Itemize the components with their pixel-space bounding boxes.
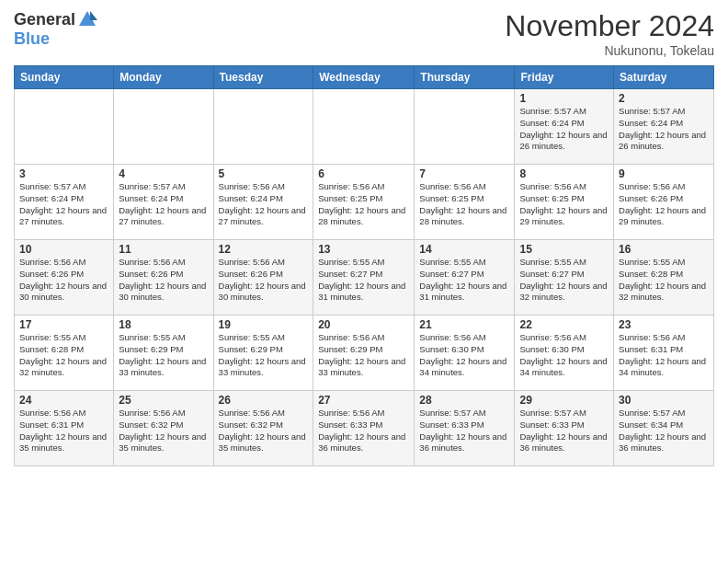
month-title: November 2024: [505, 9, 714, 43]
day-number: 19: [219, 318, 309, 331]
day-info: Sunrise: 5:56 AM Sunset: 6:26 PM Dayligh…: [619, 181, 709, 228]
day-info: Sunrise: 5:55 AM Sunset: 6:29 PM Dayligh…: [219, 332, 309, 379]
calendar-cell: 25Sunrise: 5:56 AM Sunset: 6:32 PM Dayli…: [114, 391, 213, 466]
calendar-cell: 12Sunrise: 5:56 AM Sunset: 6:26 PM Dayli…: [213, 240, 313, 316]
day-number: 16: [619, 243, 709, 256]
day-info: Sunrise: 5:57 AM Sunset: 6:33 PM Dayligh…: [419, 408, 509, 454]
day-number: 2: [619, 92, 709, 105]
calendar-cell: 20Sunrise: 5:56 AM Sunset: 6:29 PM Dayli…: [313, 316, 415, 391]
day-info: Sunrise: 5:57 AM Sunset: 6:24 PM Dayligh…: [19, 181, 108, 228]
day-info: Sunrise: 5:56 AM Sunset: 6:31 PM Dayligh…: [619, 332, 709, 379]
calendar-week-row: 10Sunrise: 5:56 AM Sunset: 6:26 PM Dayli…: [15, 240, 714, 316]
day-number: 13: [318, 243, 409, 256]
calendar-header-row: SundayMondayTuesdayWednesdayThursdayFrid…: [15, 66, 714, 89]
day-number: 17: [19, 318, 108, 331]
day-number: 4: [119, 167, 208, 180]
calendar-cell: 26Sunrise: 5:56 AM Sunset: 6:32 PM Dayli…: [213, 391, 313, 466]
day-number: 9: [619, 167, 709, 180]
col-header-thursday: Thursday: [415, 66, 515, 89]
calendar-cell: 4Sunrise: 5:57 AM Sunset: 6:24 PM Daylig…: [114, 165, 213, 240]
calendar-cell: 7Sunrise: 5:56 AM Sunset: 6:25 PM Daylig…: [415, 165, 515, 240]
day-info: Sunrise: 5:57 AM Sunset: 6:24 PM Dayligh…: [519, 106, 609, 153]
day-info: Sunrise: 5:56 AM Sunset: 6:26 PM Dayligh…: [119, 257, 208, 304]
logo: General Blue: [14, 9, 97, 49]
day-number: 30: [619, 394, 709, 407]
calendar-cell: 10Sunrise: 5:56 AM Sunset: 6:26 PM Dayli…: [15, 240, 114, 316]
day-number: 3: [19, 167, 108, 180]
day-info: Sunrise: 5:56 AM Sunset: 6:33 PM Dayligh…: [318, 408, 409, 454]
calendar-table: SundayMondayTuesdayWednesdayThursdayFrid…: [14, 65, 714, 466]
logo-general-text: General: [14, 10, 75, 29]
day-info: Sunrise: 5:56 AM Sunset: 6:32 PM Dayligh…: [219, 408, 309, 454]
svg-marker-1: [90, 11, 97, 20]
day-info: Sunrise: 5:56 AM Sunset: 6:24 PM Dayligh…: [219, 181, 309, 228]
calendar-cell: 21Sunrise: 5:56 AM Sunset: 6:30 PM Dayli…: [415, 316, 515, 391]
day-info: Sunrise: 5:56 AM Sunset: 6:31 PM Dayligh…: [19, 408, 108, 454]
day-info: Sunrise: 5:57 AM Sunset: 6:34 PM Dayligh…: [619, 408, 709, 454]
calendar-cell: [15, 89, 114, 165]
day-info: Sunrise: 5:55 AM Sunset: 6:27 PM Dayligh…: [318, 257, 409, 304]
day-info: Sunrise: 5:55 AM Sunset: 6:27 PM Dayligh…: [419, 257, 509, 304]
col-header-monday: Monday: [114, 66, 213, 89]
day-info: Sunrise: 5:56 AM Sunset: 6:29 PM Dayligh…: [318, 332, 409, 379]
title-section: November 2024 Nukunonu, Tokelau: [505, 9, 714, 58]
calendar-cell: 27Sunrise: 5:56 AM Sunset: 6:33 PM Dayli…: [313, 391, 415, 466]
day-number: 10: [19, 243, 108, 256]
calendar-cell: 14Sunrise: 5:55 AM Sunset: 6:27 PM Dayli…: [415, 240, 515, 316]
day-number: 14: [419, 243, 509, 256]
calendar-week-row: 3Sunrise: 5:57 AM Sunset: 6:24 PM Daylig…: [15, 165, 714, 240]
day-number: 28: [419, 394, 509, 407]
day-info: Sunrise: 5:55 AM Sunset: 6:28 PM Dayligh…: [19, 332, 108, 379]
day-info: Sunrise: 5:56 AM Sunset: 6:26 PM Dayligh…: [19, 257, 108, 304]
day-number: 15: [519, 243, 609, 256]
day-number: 22: [519, 318, 609, 331]
calendar-cell: 9Sunrise: 5:56 AM Sunset: 6:26 PM Daylig…: [614, 165, 714, 240]
day-number: 26: [219, 394, 309, 407]
day-info: Sunrise: 5:56 AM Sunset: 6:25 PM Dayligh…: [318, 181, 409, 228]
day-number: 21: [419, 318, 509, 331]
calendar-week-row: 17Sunrise: 5:55 AM Sunset: 6:28 PM Dayli…: [15, 316, 714, 391]
logo-icon: [77, 9, 97, 29]
calendar-cell: 22Sunrise: 5:56 AM Sunset: 6:30 PM Dayli…: [515, 316, 614, 391]
calendar-cell: 3Sunrise: 5:57 AM Sunset: 6:24 PM Daylig…: [15, 165, 114, 240]
calendar-cell: 11Sunrise: 5:56 AM Sunset: 6:26 PM Dayli…: [114, 240, 213, 316]
day-number: 5: [219, 167, 309, 180]
calendar-cell: 13Sunrise: 5:55 AM Sunset: 6:27 PM Dayli…: [313, 240, 415, 316]
calendar-cell: 15Sunrise: 5:55 AM Sunset: 6:27 PM Dayli…: [515, 240, 614, 316]
col-header-sunday: Sunday: [15, 66, 114, 89]
calendar-cell: 18Sunrise: 5:55 AM Sunset: 6:29 PM Dayli…: [114, 316, 213, 391]
day-info: Sunrise: 5:56 AM Sunset: 6:25 PM Dayligh…: [519, 181, 609, 228]
calendar-cell: 1Sunrise: 5:57 AM Sunset: 6:24 PM Daylig…: [515, 89, 614, 165]
page: General Blue November 2024 Nukunonu, Tok…: [0, 0, 728, 476]
calendar-cell: [313, 89, 415, 165]
calendar-cell: 30Sunrise: 5:57 AM Sunset: 6:34 PM Dayli…: [614, 391, 714, 466]
day-info: Sunrise: 5:57 AM Sunset: 6:33 PM Dayligh…: [519, 408, 609, 454]
calendar-cell: 5Sunrise: 5:56 AM Sunset: 6:24 PM Daylig…: [213, 165, 313, 240]
day-info: Sunrise: 5:55 AM Sunset: 6:28 PM Dayligh…: [619, 257, 709, 304]
calendar-cell: 16Sunrise: 5:55 AM Sunset: 6:28 PM Dayli…: [614, 240, 714, 316]
logo-blue-text: Blue: [14, 29, 50, 49]
col-header-friday: Friday: [515, 66, 614, 89]
day-number: 25: [119, 394, 208, 407]
calendar-cell: [114, 89, 213, 165]
col-header-wednesday: Wednesday: [313, 66, 415, 89]
calendar-cell: 8Sunrise: 5:56 AM Sunset: 6:25 PM Daylig…: [515, 165, 614, 240]
calendar-cell: [415, 89, 515, 165]
calendar-cell: 28Sunrise: 5:57 AM Sunset: 6:33 PM Dayli…: [415, 391, 515, 466]
day-info: Sunrise: 5:56 AM Sunset: 6:32 PM Dayligh…: [119, 408, 208, 454]
day-info: Sunrise: 5:56 AM Sunset: 6:30 PM Dayligh…: [519, 332, 609, 379]
calendar-cell: [213, 89, 313, 165]
calendar-week-row: 1Sunrise: 5:57 AM Sunset: 6:24 PM Daylig…: [15, 89, 714, 165]
day-number: 1: [519, 92, 609, 105]
day-info: Sunrise: 5:57 AM Sunset: 6:24 PM Dayligh…: [119, 181, 208, 228]
calendar-week-row: 24Sunrise: 5:56 AM Sunset: 6:31 PM Dayli…: [15, 391, 714, 466]
day-number: 27: [318, 394, 409, 407]
day-number: 12: [219, 243, 309, 256]
day-number: 23: [619, 318, 709, 331]
day-number: 6: [318, 167, 409, 180]
calendar-cell: 17Sunrise: 5:55 AM Sunset: 6:28 PM Dayli…: [15, 316, 114, 391]
day-info: Sunrise: 5:55 AM Sunset: 6:27 PM Dayligh…: [519, 257, 609, 304]
day-info: Sunrise: 5:56 AM Sunset: 6:30 PM Dayligh…: [419, 332, 509, 379]
calendar-cell: 24Sunrise: 5:56 AM Sunset: 6:31 PM Dayli…: [15, 391, 114, 466]
day-info: Sunrise: 5:55 AM Sunset: 6:29 PM Dayligh…: [119, 332, 208, 379]
